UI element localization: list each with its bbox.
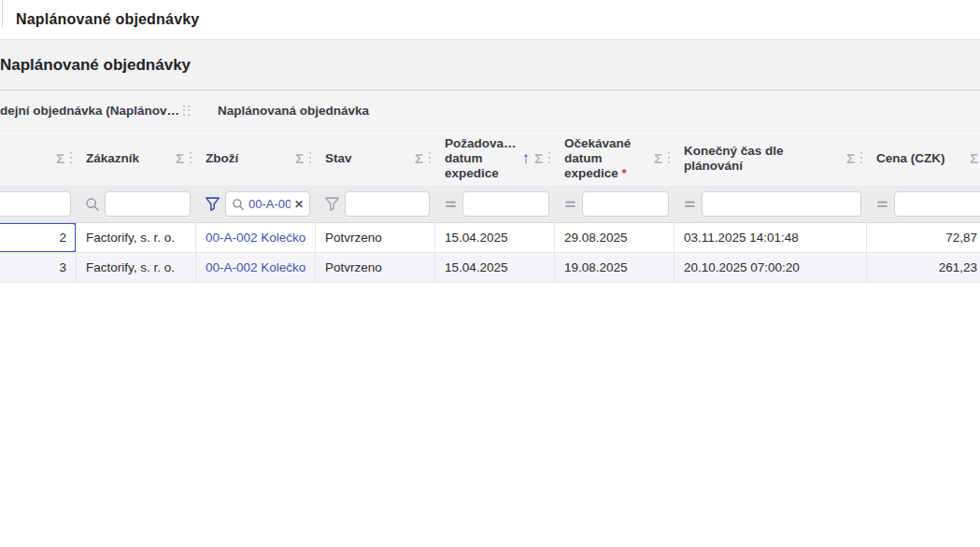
column-resize-handle[interactable] bbox=[190, 152, 192, 164]
group-drag-handle-icon[interactable] bbox=[183, 105, 190, 116]
filter-input-konecny-cas[interactable] bbox=[702, 191, 861, 217]
cell-zbozi[interactable]: 00-A-002 Kolečko bbox=[196, 223, 316, 252]
filter-chip-value: 00-A-00 bbox=[249, 197, 291, 211]
filter-cell-zakaznik bbox=[77, 186, 196, 222]
filter-row: 00-A-00 ✕ bbox=[0, 186, 980, 223]
section-header: Naplánované objednávky bbox=[0, 40, 980, 91]
column-label: Zákazník bbox=[86, 151, 172, 166]
sigma-aggregate-icon[interactable]: Σ bbox=[176, 150, 184, 166]
column-header-konecny-cas[interactable]: Konečný čas dle plánování Σ bbox=[675, 131, 867, 186]
column-label: Cena (CZK) bbox=[876, 151, 966, 166]
filter-cell-number bbox=[0, 186, 77, 222]
cell-zakaznik[interactable]: Factorify, s. r. o. bbox=[77, 253, 196, 282]
sigma-aggregate-icon[interactable]: Σ bbox=[654, 150, 662, 166]
page-title: Naplánované objednávky bbox=[0, 11, 199, 28]
title-bar: Naplánované objednávky bbox=[0, 0, 980, 40]
column-group-label: Naplánovaná objednávka bbox=[218, 104, 980, 118]
cell-pozadovane-datum[interactable]: 15.04.2025 bbox=[435, 223, 555, 252]
sigma-aggregate-icon[interactable]: Σ bbox=[56, 150, 64, 166]
sigma-aggregate-icon[interactable]: Σ bbox=[295, 150, 304, 166]
column-group-sales-order[interactable]: dejní objednávka (Naplánov… bbox=[0, 91, 196, 130]
cell-cena[interactable]: 72,87 bbox=[867, 223, 980, 252]
column-header-zbozi[interactable]: Zboží Σ bbox=[196, 131, 316, 186]
column-resize-handle[interactable] bbox=[70, 152, 72, 164]
column-label: Zboží bbox=[206, 151, 291, 166]
product-link[interactable]: 00-A-002 Kolečko bbox=[206, 260, 305, 274]
equals-operator-icon[interactable] bbox=[444, 197, 458, 211]
column-resize-handle[interactable] bbox=[668, 152, 670, 164]
column-group-label: dejní objednávka (Naplánov… bbox=[0, 104, 183, 118]
column-label: Požadova… datum expedice bbox=[445, 136, 521, 181]
cell-konecny-cas[interactable]: 03.11.2025 14:01:48 bbox=[675, 223, 867, 252]
column-header-zakaznik[interactable]: Zákazník Σ bbox=[77, 131, 196, 186]
sigma-aggregate-icon[interactable]: Σ bbox=[415, 150, 423, 166]
filter-input-cena[interactable] bbox=[894, 191, 980, 217]
sigma-aggregate-icon[interactable]: Σ bbox=[534, 150, 543, 166]
equals-operator-icon[interactable] bbox=[563, 197, 577, 211]
filter-cell-pozadovane-datum bbox=[435, 186, 555, 222]
filter-input-pozadovane-datum[interactable] bbox=[462, 191, 549, 217]
cell-number-focused[interactable]: 2 bbox=[0, 223, 77, 252]
column-header-stav[interactable]: Stav Σ bbox=[316, 131, 435, 186]
filter-cell-konecny-cas bbox=[675, 186, 867, 222]
cell-stav[interactable]: Potvrzeno bbox=[316, 253, 435, 282]
section-title: Naplánované objednávky bbox=[0, 56, 191, 75]
cell-pozadovane-datum[interactable]: 15.04.2025 bbox=[435, 253, 555, 282]
filter-funnel-active-icon[interactable] bbox=[205, 196, 220, 212]
required-marker: * bbox=[622, 166, 627, 180]
filter-cell-cena bbox=[867, 186, 980, 222]
table-row: 2 Factorify, s. r. o. 00-A-002 Kolečko P… bbox=[0, 223, 980, 253]
cell-zakaznik[interactable]: Factorify, s. r. o. bbox=[77, 223, 196, 252]
equals-operator-icon[interactable] bbox=[683, 197, 697, 211]
column-header-ocekavane-datum[interactable]: Očekávané datum expedice * Σ bbox=[555, 131, 675, 186]
filter-input-ocekavane-datum[interactable] bbox=[582, 191, 669, 217]
sigma-aggregate-icon[interactable]: Σ bbox=[970, 150, 978, 166]
filter-funnel-icon[interactable] bbox=[324, 196, 340, 212]
search-icon bbox=[85, 197, 100, 212]
column-label: Stav bbox=[325, 151, 411, 166]
cell-ocekavane-datum[interactable]: 19.08.2025 bbox=[555, 253, 675, 282]
cell-konecny-cas[interactable]: 20.10.2025 07:00:20 bbox=[675, 253, 867, 282]
column-header-row: Σ Zákazník Σ Zboží Σ Stav Σ Požadova… da… bbox=[0, 131, 980, 186]
cell-number[interactable]: 3 bbox=[0, 253, 77, 282]
sort-asc-icon[interactable]: ↑ bbox=[521, 150, 530, 166]
data-grid: dejní objednávka (Naplánov… Naplánovaná … bbox=[0, 91, 980, 283]
cell-ocekavane-datum[interactable]: 29.08.2025 bbox=[555, 223, 675, 252]
column-header-number[interactable]: Σ bbox=[0, 131, 77, 186]
column-resize-handle[interactable] bbox=[860, 152, 862, 164]
product-link[interactable]: 00-A-002 Kolečko bbox=[206, 231, 305, 245]
column-header-pozadovane-datum[interactable]: Požadova… datum expedice ↑ Σ bbox=[435, 131, 555, 186]
column-label: Očekávané datum expedice * bbox=[564, 136, 650, 181]
panel-edge-divider bbox=[2, 0, 3, 27]
column-resize-handle[interactable] bbox=[548, 152, 550, 164]
equals-operator-icon[interactable] bbox=[875, 197, 889, 211]
filter-cell-stav bbox=[316, 186, 435, 222]
filter-input-number[interactable] bbox=[0, 191, 71, 217]
column-label: Konečný čas dle plánování bbox=[684, 144, 843, 174]
column-group-row: dejní objednávka (Naplánov… Naplánovaná … bbox=[0, 91, 980, 131]
clear-filter-icon[interactable]: ✕ bbox=[294, 199, 304, 210]
filter-input-zakaznik[interactable] bbox=[105, 191, 191, 217]
cell-stav[interactable]: Potvrzeno bbox=[316, 223, 435, 252]
search-icon bbox=[232, 198, 245, 211]
filter-chip-zbozi[interactable]: 00-A-00 ✕ bbox=[225, 191, 310, 217]
cell-cena[interactable]: 261,23 bbox=[867, 253, 980, 282]
filter-input-stav[interactable] bbox=[345, 191, 430, 217]
column-header-cena[interactable]: Cena (CZK) Σ bbox=[867, 131, 980, 186]
column-resize-handle[interactable] bbox=[309, 152, 311, 164]
table-row: 3 Factorify, s. r. o. 00-A-002 Kolečko P… bbox=[0, 253, 980, 283]
cell-zbozi[interactable]: 00-A-002 Kolečko bbox=[196, 253, 316, 282]
filter-cell-zbozi: 00-A-00 ✕ bbox=[196, 186, 316, 222]
filter-cell-ocekavane-datum bbox=[555, 186, 675, 222]
sigma-aggregate-icon[interactable]: Σ bbox=[846, 150, 855, 166]
column-group-planned-order[interactable]: Naplánovaná objednávka bbox=[196, 91, 980, 130]
column-resize-handle[interactable] bbox=[429, 152, 431, 164]
